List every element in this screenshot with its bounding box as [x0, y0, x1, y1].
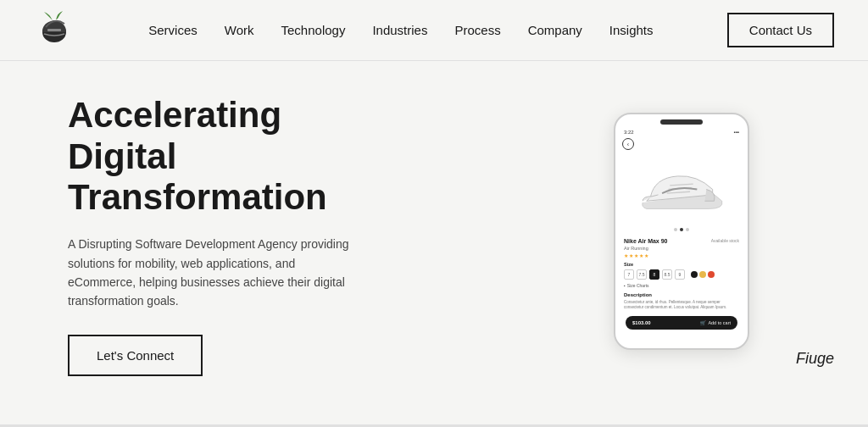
- phone-screen: 3:22 ▪▪▪ ‹: [615, 125, 748, 335]
- phone-image-dots: [622, 228, 741, 231]
- nav-industries[interactable]: Industries: [372, 23, 427, 37]
- size-chart-link[interactable]: ▪Size Charts: [624, 283, 739, 288]
- phone-back-button[interactable]: ‹: [622, 138, 634, 150]
- color-yellow[interactable]: [699, 271, 706, 278]
- nav-process[interactable]: Process: [454, 23, 500, 37]
- contact-us-button[interactable]: Contact Us: [727, 13, 834, 47]
- add-to-cart-button[interactable]: 🛒 Add to cart: [700, 320, 731, 325]
- logo-area: [34, 10, 75, 51]
- phone-mockup-container: 3:22 ▪▪▪ ‹: [614, 113, 749, 350]
- product-rating: ★ ★ ★ ★ ★: [624, 252, 739, 258]
- nav-services[interactable]: Services: [148, 23, 198, 37]
- header: Services Work Technology Industries Proc…: [0, 0, 868, 61]
- hero-title: Accelerating Digital Transformation: [68, 95, 390, 218]
- logo-icon: [34, 10, 75, 51]
- phone-product-info: Nike Air Max 90 Air Running Available st…: [622, 238, 741, 330]
- phone-nav-bar: ‹: [622, 138, 741, 150]
- add-to-cart-bar: $103.00 🛒 Add to cart: [626, 316, 737, 330]
- nav-insights[interactable]: Insights: [609, 23, 654, 37]
- phone-product-image: [622, 155, 741, 223]
- dot-3: [686, 228, 689, 231]
- size-selector: 7 7.5 8 8.5 9: [624, 269, 739, 280]
- size-7[interactable]: 7: [624, 269, 634, 280]
- size-85[interactable]: 8.5: [662, 269, 672, 280]
- size-9[interactable]: 9: [675, 269, 685, 280]
- fiuge-brand-label: Fiuge: [796, 350, 834, 368]
- phone-time: 3:22: [624, 130, 634, 135]
- color-red[interactable]: [708, 271, 715, 278]
- main-nav: Services Work Technology Industries Proc…: [75, 23, 727, 37]
- description-text: Consectetur ante, id rhus. Pellentesque.…: [624, 300, 739, 311]
- phone-signal: ▪▪▪: [734, 130, 739, 135]
- dot-1: [674, 228, 677, 231]
- product-price: $103.00: [632, 320, 651, 325]
- svg-rect-1: [47, 29, 61, 31]
- description-label: Description: [624, 292, 739, 297]
- color-black[interactable]: [691, 271, 698, 278]
- shoe-svg: [635, 162, 728, 217]
- size-8[interactable]: 8: [649, 269, 659, 280]
- phone-mockup: 3:22 ▪▪▪ ‹: [614, 113, 749, 350]
- main-content: Accelerating Digital Transformation A Di…: [0, 61, 868, 393]
- nav-technology[interactable]: Technology: [281, 23, 346, 37]
- lets-connect-button[interactable]: Let's Connect: [68, 335, 203, 376]
- size-75[interactable]: 7.5: [637, 269, 647, 280]
- phone-status-bar: 3:22 ▪▪▪: [622, 130, 741, 135]
- dot-2: [680, 228, 683, 231]
- product-name: Nike Air Max 90: [624, 238, 668, 244]
- nav-work[interactable]: Work: [225, 23, 254, 37]
- hero-section: Accelerating Digital Transformation A Di…: [68, 78, 390, 375]
- product-category: Air Running: [624, 246, 668, 251]
- availability-text: Available stock: [711, 238, 739, 243]
- size-label: Size: [624, 262, 739, 267]
- hero-description: A Disrupting Software Development Agency…: [68, 235, 356, 311]
- nav-company[interactable]: Company: [528, 23, 582, 37]
